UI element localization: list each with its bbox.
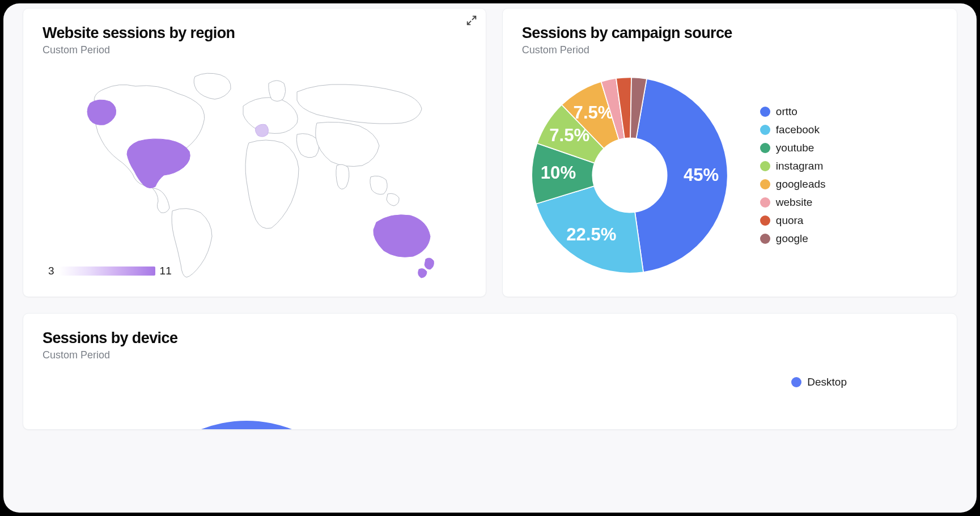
world-map[interactable]: 3 11 xyxy=(43,66,466,277)
card-sessions-by-campaign: Sessions by campaign source Custom Perio… xyxy=(502,8,957,297)
donut-legend: orttofacebookyoutubeinstagramgoogleadswe… xyxy=(760,105,826,245)
legend-item-website[interactable]: website xyxy=(760,196,826,209)
legend-item-facebook[interactable]: facebook xyxy=(760,124,826,136)
region-title: Website sessions by region xyxy=(43,24,466,42)
legend-item-instagram[interactable]: instagram xyxy=(760,160,826,172)
legend-label: googleads xyxy=(776,178,826,191)
legend-label: website xyxy=(776,196,812,209)
legend-item-googleads[interactable]: googleads xyxy=(760,178,826,191)
card-sessions-by-region: Website sessions by region Custom Period xyxy=(23,8,486,297)
top-row: Website sessions by region Custom Period xyxy=(23,8,957,297)
legend-item-google[interactable]: google xyxy=(760,232,826,245)
device-pie-chart[interactable] xyxy=(150,373,343,429)
swatch-icon xyxy=(760,215,770,226)
swatch-icon xyxy=(760,125,770,135)
gradient-bar xyxy=(59,267,155,276)
swatch-icon xyxy=(760,161,770,171)
swatch-icon xyxy=(760,107,770,117)
device-title: Sessions by device xyxy=(43,329,937,347)
swatch-icon xyxy=(760,234,770,244)
donut-slice-label: 22.5% xyxy=(566,225,616,244)
legend-label: instagram xyxy=(776,160,823,172)
bottom-row: Sessions by device Custom Period Desktop xyxy=(23,313,957,430)
legend-item-ortto[interactable]: ortto xyxy=(760,105,826,118)
campaign-title: Sessions by campaign source xyxy=(522,24,937,42)
card-sessions-by-device: Sessions by device Custom Period Desktop xyxy=(23,313,957,430)
swatch-icon xyxy=(760,179,770,189)
swatch-icon xyxy=(760,197,770,208)
map-scale-min: 3 xyxy=(48,265,54,277)
device-legend: Desktop xyxy=(791,376,847,388)
legend-item-youtube[interactable]: youtube xyxy=(760,142,826,154)
donut-slice-label: 10% xyxy=(541,163,576,183)
legend-label: quora xyxy=(776,214,804,227)
legend-label: youtube xyxy=(776,142,814,154)
legend-item-desktop[interactable]: Desktop xyxy=(791,376,847,388)
donut-chart[interactable]: 45%22.5%10%7.5%7.5% xyxy=(522,67,737,283)
donut-slice-label: 45% xyxy=(684,165,719,185)
legend-label: Desktop xyxy=(807,376,847,388)
world-map-svg xyxy=(73,66,436,282)
campaign-subtitle: Custom Period xyxy=(522,44,937,56)
swatch-icon xyxy=(791,377,801,387)
legend-label: google xyxy=(776,232,808,245)
dashboard-frame: Website sessions by region Custom Period xyxy=(3,3,977,513)
donut-slice-label: 7.5% xyxy=(549,125,589,145)
expand-icon[interactable] xyxy=(465,14,478,27)
map-scale-max: 11 xyxy=(160,265,172,277)
region-subtitle: Custom Period xyxy=(43,44,466,56)
legend-label: ortto xyxy=(776,105,797,118)
svg-point-0 xyxy=(150,421,343,429)
map-gradient-legend: 3 11 xyxy=(48,265,172,277)
legend-item-quora[interactable]: quora xyxy=(760,214,826,227)
legend-label: facebook xyxy=(776,124,820,136)
swatch-icon xyxy=(760,143,770,153)
device-subtitle: Custom Period xyxy=(43,349,937,361)
donut-slice-label: 7.5% xyxy=(573,103,613,122)
